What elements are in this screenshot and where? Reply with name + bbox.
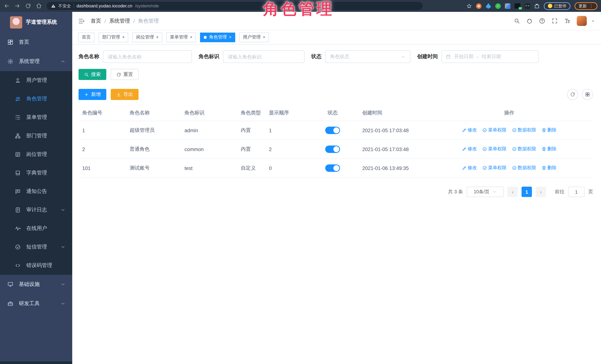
ext-tampermonkey-icon[interactable]: [524, 3, 530, 9]
trash-icon: [541, 147, 546, 151]
ext-grid-icon[interactable]: [505, 3, 511, 9]
ext-onetab-icon[interactable]: on: [514, 3, 521, 9]
edit-link[interactable]: 修改: [462, 165, 477, 171]
chevron-down-icon: [60, 301, 66, 306]
breadcrumb-system[interactable]: 系统管理: [109, 18, 130, 24]
sidebar-item-posts[interactable]: 岗位管理: [0, 145, 72, 164]
tab-用户管理[interactable]: 用户管理×: [239, 32, 269, 42]
delete-link[interactable]: 删除: [541, 165, 557, 171]
op-link-label: 修改: [468, 165, 477, 171]
status-select-placeholder: 角色状态: [330, 53, 349, 60]
ext-adguard-icon[interactable]: [495, 3, 501, 9]
delete-link[interactable]: 删除: [541, 127, 557, 133]
status-toggle[interactable]: [325, 146, 340, 153]
breadcrumb-home[interactable]: 首页: [91, 18, 101, 24]
sidebar-item-online-users[interactable]: 在线用户: [0, 219, 72, 238]
export-button[interactable]: 导出: [111, 89, 139, 100]
close-icon[interactable]: ×: [229, 35, 231, 39]
search-button[interactable]: 搜索: [79, 69, 106, 80]
sidebar-item-error-code[interactable]: 错误码管理: [0, 256, 72, 275]
browser-reload-icon[interactable]: [25, 3, 31, 9]
ext-target-icon[interactable]: [476, 3, 481, 9]
status-label: 状态: [311, 53, 321, 60]
sidebar-item-roles[interactable]: 角色管理: [0, 90, 72, 108]
column-header: 角色名称: [126, 105, 181, 121]
table-body: 1超级管理员admin内置12021-01-05 17:03:48修改菜单权限数…: [79, 121, 593, 177]
chevron-down-icon: [60, 207, 66, 213]
ext-drop-icon[interactable]: [486, 3, 491, 9]
tab-角色管理[interactable]: 角色管理×: [200, 32, 235, 42]
fullscreen-icon[interactable]: [551, 18, 558, 24]
avatar-caret-icon[interactable]: [591, 19, 595, 23]
data-permission-link[interactable]: 数据权限: [512, 146, 536, 152]
next-page-button[interactable]: ›: [536, 187, 546, 197]
refresh-button[interactable]: [567, 89, 578, 100]
status-toggle[interactable]: [325, 164, 340, 172]
user-avatar[interactable]: [577, 16, 587, 26]
tab-部门管理[interactable]: 部门管理×: [99, 32, 128, 42]
circle-check-icon: [512, 128, 517, 133]
table-toolbar: 新增 导出: [79, 89, 593, 100]
sidebar-item-depts[interactable]: 部门管理: [0, 127, 72, 145]
calendar-icon: [446, 54, 451, 59]
sidebar-item-notice[interactable]: 通知公告: [0, 182, 72, 201]
reset-button[interactable]: 重置: [111, 69, 139, 80]
delete-link[interactable]: 删除: [541, 146, 557, 152]
github-icon[interactable]: [526, 18, 533, 24]
browser-home-icon[interactable]: [36, 3, 42, 9]
goto-page-input[interactable]: [568, 187, 584, 197]
header-search-icon[interactable]: [514, 18, 520, 24]
edit-link[interactable]: 修改: [462, 146, 477, 152]
status-select[interactable]: 角色状态: [325, 50, 411, 63]
sidebar-item-dict[interactable]: 字典管理: [0, 164, 72, 182]
sidebar-item-label: 错误码管理: [26, 262, 52, 269]
close-icon[interactable]: ×: [122, 35, 125, 39]
menu-permission-link[interactable]: 菜单权限: [482, 146, 507, 152]
role-key-input[interactable]: [223, 50, 304, 63]
menu-permission-link[interactable]: 菜单权限: [482, 127, 507, 133]
browser-back-icon[interactable]: [4, 3, 10, 9]
bookmark-star-icon[interactable]: [466, 3, 472, 9]
sidebar-item-infra[interactable]: 基础设施: [0, 275, 72, 294]
close-icon[interactable]: ×: [263, 35, 265, 39]
sidebar-item-system[interactable]: 系统管理: [0, 52, 72, 71]
sidebar-item-sms[interactable]: 短信管理: [0, 238, 72, 256]
browser-update-button[interactable]: 更新 ⋮: [574, 2, 598, 10]
role-name-input[interactable]: [103, 50, 192, 63]
status-toggle[interactable]: [325, 127, 340, 134]
data-permission-link[interactable]: 数据权限: [512, 127, 536, 133]
hamburger-icon[interactable]: [78, 18, 85, 24]
font-size-icon[interactable]: [564, 18, 571, 24]
browser-forward-icon[interactable]: [14, 3, 20, 9]
operations-cell: 修改菜单权限数据权限删除: [455, 140, 593, 159]
sidebar-item-home[interactable]: 首页: [0, 33, 72, 52]
sms-icon: [15, 244, 21, 250]
op-link-label: 数据权限: [518, 146, 536, 152]
paused-extension-pill[interactable]: 已暂停: [544, 2, 571, 10]
page-size-select[interactable]: 10条/页: [467, 187, 504, 197]
tab-岗位管理[interactable]: 岗位管理×: [132, 32, 162, 42]
page-number-button[interactable]: 1: [521, 187, 532, 197]
sidebar-item-menus[interactable]: 菜单管理: [0, 108, 72, 127]
sidebar-logo[interactable]: 芋道管理系统: [0, 12, 72, 33]
menu-permission-link[interactable]: 菜单权限: [482, 165, 507, 171]
edit-link[interactable]: 修改: [462, 127, 477, 133]
sidebar-item-dev-tools[interactable]: 研发工具: [0, 294, 72, 313]
extensions-puzzle-icon[interactable]: [534, 3, 540, 9]
address-bar[interactable]: 不安全 dashboard.yudao.iocoder.cn/system/ro…: [47, 2, 423, 10]
tab-首页[interactable]: 首页: [78, 32, 94, 42]
column-settings-button[interactable]: [582, 89, 593, 100]
kebab-menu-icon[interactable]: ⋮: [589, 3, 593, 9]
help-icon[interactable]: [539, 18, 545, 24]
data-permission-link[interactable]: 数据权限: [512, 165, 536, 171]
roles-table: 角色编号角色名称角色标识角色类型显示顺序状态创建时间操作 1超级管理员admin…: [79, 105, 593, 178]
circle-check-icon: [482, 147, 487, 151]
close-icon[interactable]: ×: [156, 35, 159, 39]
sidebar-item-audit-log[interactable]: 审计日志: [0, 201, 72, 219]
sidebar-item-users[interactable]: 用户管理: [0, 71, 72, 90]
tab-菜单管理[interactable]: 菜单管理×: [166, 32, 196, 42]
add-button[interactable]: 新增: [79, 89, 106, 100]
date-range-picker[interactable]: 开始日期 - 结束日期: [441, 50, 539, 63]
close-icon[interactable]: ×: [190, 35, 192, 39]
prev-page-button[interactable]: ‹: [508, 187, 518, 197]
